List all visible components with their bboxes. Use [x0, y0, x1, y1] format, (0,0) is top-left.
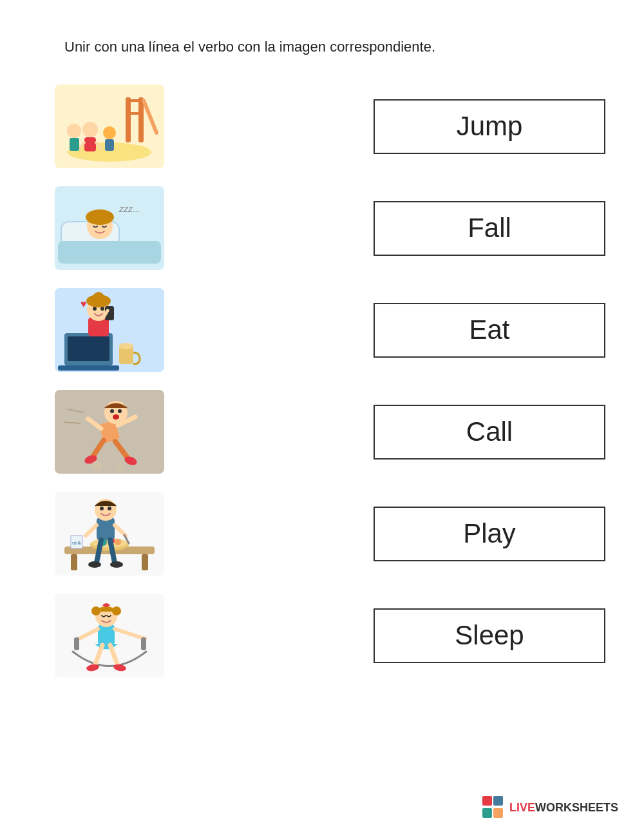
page-container: Unir con una línea el verbo con la image…	[0, 0, 644, 832]
image-col-5: milk	[39, 489, 180, 579]
svg-point-51	[115, 463, 123, 471]
word-box-eat[interactable]: Eat	[374, 303, 605, 358]
svg-point-11	[103, 126, 116, 139]
svg-rect-24	[58, 365, 119, 371]
svg-point-50	[91, 461, 102, 471]
match-row-6: Sleep	[39, 590, 605, 681]
logo-sq2	[493, 796, 503, 806]
match-row-3: ♥ Eat	[39, 285, 605, 375]
logo-text: LIVEWORKSHEETS	[509, 801, 618, 815]
liveworksheets-logo: LIVEWORKSHEETS	[482, 796, 618, 819]
svg-point-30	[93, 292, 104, 304]
logo-sq3	[482, 808, 492, 818]
word-col-3: Eat	[374, 303, 605, 358]
word-box-play[interactable]: Play	[374, 507, 605, 561]
word-box-jump[interactable]: Jump	[374, 99, 605, 154]
svg-rect-82	[141, 637, 146, 650]
word-col-5: Play	[374, 507, 605, 561]
svg-point-42	[118, 409, 122, 413]
svg-rect-12	[105, 139, 114, 151]
image-call: ♥	[55, 288, 164, 372]
image-play	[55, 84, 164, 168]
svg-point-13	[67, 124, 81, 138]
image-col-6	[39, 590, 180, 681]
svg-point-77	[91, 606, 100, 615]
svg-rect-23	[68, 336, 109, 361]
svg-point-78	[112, 606, 121, 615]
svg-rect-17	[58, 241, 161, 264]
svg-rect-63	[97, 518, 115, 540]
svg-point-32	[100, 307, 104, 311]
word-box-sleep[interactable]: Sleep	[374, 608, 605, 663]
svg-point-43	[113, 414, 119, 420]
matching-area: Jump	[39, 81, 605, 692]
svg-rect-1	[126, 97, 131, 142]
svg-point-73	[110, 561, 123, 568]
logo-highlight: LIVE	[509, 801, 535, 814]
svg-rect-54	[71, 554, 77, 570]
word-col-2: Fall	[374, 201, 605, 256]
svg-rect-75	[98, 624, 115, 645]
svg-text:zzz...: zzz...	[118, 204, 140, 214]
image-eat: milk	[55, 492, 164, 576]
svg-point-65	[100, 507, 104, 510]
svg-rect-81	[74, 637, 79, 650]
word-col-4: Call	[374, 405, 605, 460]
svg-point-7	[82, 122, 98, 137]
image-skip	[55, 594, 164, 677]
image-jump	[55, 390, 164, 474]
word-col-1: Jump	[374, 99, 605, 154]
image-sleep: zzz...	[55, 186, 164, 270]
svg-rect-8	[84, 137, 96, 151]
svg-rect-2	[138, 97, 144, 142]
match-row-1: Jump	[39, 81, 605, 171]
svg-rect-55	[142, 554, 148, 570]
match-row-2: zzz... Fall	[39, 183, 605, 273]
svg-text:milk: milk	[72, 540, 82, 546]
svg-point-66	[108, 507, 111, 510]
word-box-fall[interactable]: Fall	[374, 201, 605, 256]
logo-sq4	[493, 808, 503, 818]
word-col-6: Sleep	[374, 608, 605, 663]
svg-rect-14	[70, 138, 79, 151]
match-row-4: Call	[39, 387, 605, 477]
svg-point-60	[115, 539, 121, 545]
word-box-call[interactable]: Call	[374, 405, 605, 460]
svg-point-26	[119, 343, 133, 349]
logo-sq1	[482, 796, 492, 806]
svg-text:♥: ♥	[80, 298, 87, 309]
svg-point-72	[88, 561, 101, 568]
logo-badge	[482, 796, 506, 819]
image-col-1	[39, 81, 180, 171]
image-col-3: ♥	[39, 285, 180, 375]
instruction-text: Unir con una línea el verbo con la image…	[64, 39, 605, 55]
image-col-2: zzz...	[39, 183, 180, 273]
image-col-4	[39, 387, 180, 477]
svg-point-19	[86, 209, 114, 225]
match-row-5: milk	[39, 489, 605, 579]
svg-point-41	[110, 409, 114, 413]
svg-point-31	[93, 307, 97, 311]
